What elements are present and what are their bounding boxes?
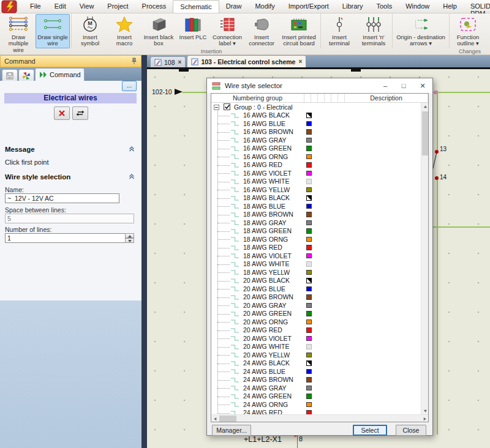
number-of-lines-input[interactable] xyxy=(5,233,134,243)
close-button[interactable]: ✕ xyxy=(413,78,432,93)
menu-item[interactable]: Process xyxy=(135,0,173,13)
collapse-message-icon[interactable] xyxy=(128,146,135,152)
panel-title-bar[interactable]: Command xyxy=(0,55,141,67)
ribbon-button[interactable]: Insert macro xyxy=(107,14,141,48)
tab-resources[interactable] xyxy=(18,69,34,81)
wire-style-row[interactable]: 24 AWG RED xyxy=(211,409,421,415)
ribbon-button[interactable]: Insert terminal xyxy=(322,14,356,48)
stepper-up-icon[interactable] xyxy=(125,233,134,238)
document-tab[interactable]: 103 - Electrical control scheme × xyxy=(187,55,306,67)
menu-item[interactable]: Tools xyxy=(369,0,399,13)
wire-style-row[interactable]: 24 AWG BLACK xyxy=(211,359,421,368)
dialog-title-bar[interactable]: Wire style selector – □ ✕ xyxy=(207,78,432,93)
wire-style-row[interactable]: 16 AWG VIOLET xyxy=(211,169,421,177)
ribbon-button[interactable]: Insert printed circuit board xyxy=(279,14,319,48)
select-button[interactable]: Select xyxy=(353,425,387,436)
quantity-stepper[interactable] xyxy=(125,233,134,243)
wire-style-row[interactable]: 20 AWG YELLW xyxy=(211,351,421,359)
menu-item[interactable]: SOLIDWORKS PDM xyxy=(464,0,490,13)
wire-style-row[interactable]: 18 AWG RED xyxy=(211,244,421,252)
ribbon-button[interactable]: Draw single wire xyxy=(36,14,70,48)
menu-item[interactable]: Import/Export xyxy=(282,0,336,13)
ribbon-button[interactable]: Insert 'n' terminals xyxy=(356,14,391,48)
repeat-button[interactable] xyxy=(72,106,88,120)
ribbon-button[interactable]: Draw multiple wire xyxy=(1,14,36,54)
wire-style-row[interactable]: 16 AWG BLUE xyxy=(211,119,421,128)
vertical-scrollbar[interactable] xyxy=(421,103,428,414)
wire-style-row[interactable]: 18 AWG VIOLET xyxy=(211,252,421,260)
ribbon-button[interactable]: Insert PLC xyxy=(176,14,210,47)
list-column-header[interactable]: Numbering group Description xyxy=(211,94,428,103)
scroll-left-icon[interactable] xyxy=(211,415,219,422)
wire-style-row[interactable]: 24 AWG GRAY xyxy=(211,384,421,392)
wire-style-row[interactable]: 24 AWG BROWN xyxy=(211,376,421,384)
wire-horizontal[interactable] xyxy=(433,226,490,228)
column-description[interactable]: Description xyxy=(345,94,428,102)
browse-button[interactable]: ... xyxy=(122,81,137,91)
wire-style-row[interactable]: 20 AWG BROWN xyxy=(211,293,421,302)
cancel-button[interactable] xyxy=(54,106,70,120)
wire-style-row[interactable]: 20 AWG WHITE xyxy=(211,343,421,351)
menu-item[interactable]: Help xyxy=(436,0,464,13)
stepper-down-icon[interactable] xyxy=(125,238,134,243)
menu-item[interactable]: Modify xyxy=(248,0,281,13)
ribbon-button[interactable]: M Insert symbol xyxy=(73,14,107,48)
panel-splitter[interactable] xyxy=(141,55,147,448)
tab-close-icon[interactable]: × xyxy=(178,59,182,65)
tab-command[interactable]: Command xyxy=(35,68,85,81)
wire-style-row[interactable]: 18 AWG WHITE xyxy=(211,260,421,269)
scroll-right-icon[interactable] xyxy=(421,415,428,422)
space-between-lines-input[interactable] xyxy=(5,214,134,223)
maximize-button[interactable]: □ xyxy=(394,78,413,93)
group-checkbox[interactable] xyxy=(224,103,230,110)
wire-style-row[interactable]: 18 AWG GREEN xyxy=(211,227,421,236)
wire-style-row[interactable]: 18 AWG BROWN xyxy=(211,211,421,219)
menu-item[interactable]: Schematic xyxy=(173,0,219,13)
wire-style-row[interactable]: 18 AWG BLACK xyxy=(211,194,421,203)
column-numbering-group[interactable]: Numbering group xyxy=(211,94,304,102)
collapse-wire-style-icon[interactable] xyxy=(128,173,135,180)
wire-style-row[interactable]: 20 AWG RED xyxy=(211,326,421,335)
tab-close-icon[interactable]: × xyxy=(298,58,302,65)
ribbon-button[interactable]: Connection label ▾ xyxy=(210,14,244,48)
wire-style-row[interactable]: 16 AWG BLACK xyxy=(211,111,421,120)
wire-style-row[interactable]: 16 AWG YELLW xyxy=(211,185,421,194)
menu-item[interactable]: Edit xyxy=(48,0,73,13)
scroll-up-icon[interactable] xyxy=(421,103,429,110)
menu-item[interactable]: Library xyxy=(336,0,370,13)
ribbon-button[interactable]: Function outline ▾ xyxy=(451,14,485,48)
wire-style-row[interactable]: 24 AWG ORNG xyxy=(211,400,421,409)
menu-item[interactable]: View xyxy=(73,0,101,13)
wire-style-row[interactable]: 20 AWG BLUE xyxy=(211,285,421,293)
wire-style-row[interactable]: 16 AWG WHITE xyxy=(211,177,421,186)
menu-item[interactable]: Window xyxy=(399,0,436,13)
manager-button[interactable]: Manager... xyxy=(212,425,251,436)
wire-style-row[interactable]: 18 AWG YELLW xyxy=(211,268,421,277)
ribbon-button[interactable]: Insert black box xyxy=(141,14,176,48)
wire-style-row[interactable]: 18 AWG ORNG xyxy=(211,235,421,244)
wire-style-row[interactable]: 18 AWG BLUE xyxy=(211,202,421,211)
document-tab[interactable]: 108 × xyxy=(150,56,186,67)
wire-vertical[interactable] xyxy=(437,179,438,435)
ribbon-button[interactable]: Origin - destination arrows ▾ xyxy=(394,14,448,48)
wire-vertical[interactable] xyxy=(437,92,438,151)
ribbon-button[interactable]: Location outline ▾ xyxy=(485,14,490,48)
wire-style-row[interactable]: 20 AWG GRAY xyxy=(211,301,421,310)
wire-style-row[interactable]: 20 AWG ORNG xyxy=(211,318,421,326)
menu-item[interactable]: File xyxy=(23,0,48,13)
menu-item[interactable]: Draw xyxy=(219,0,249,13)
wire-style-row[interactable]: 20 AWG VIOLET xyxy=(211,334,421,343)
wire-style-row[interactable]: 16 AWG ORNG xyxy=(211,152,421,161)
ribbon-button[interactable]: Insert connector xyxy=(244,14,279,48)
wire-style-row[interactable]: 20 AWG GREEN xyxy=(211,310,421,318)
group-row[interactable]: Group : 0 - Electrical xyxy=(211,103,421,111)
minimize-button[interactable]: – xyxy=(376,78,394,93)
wire-style-row[interactable]: 20 AWG BLACK xyxy=(211,277,421,285)
scroll-down-icon[interactable] xyxy=(421,407,429,414)
wire-style-row[interactable]: 16 AWG RED xyxy=(211,161,421,170)
wire-style-row[interactable]: 16 AWG BROWN xyxy=(211,128,421,136)
collapse-expander-icon[interactable] xyxy=(214,105,219,110)
scrollbar-thumb[interactable] xyxy=(422,111,428,155)
pin-icon[interactable] xyxy=(131,58,137,65)
wire-style-row[interactable]: 18 AWG GRAY xyxy=(211,218,421,227)
